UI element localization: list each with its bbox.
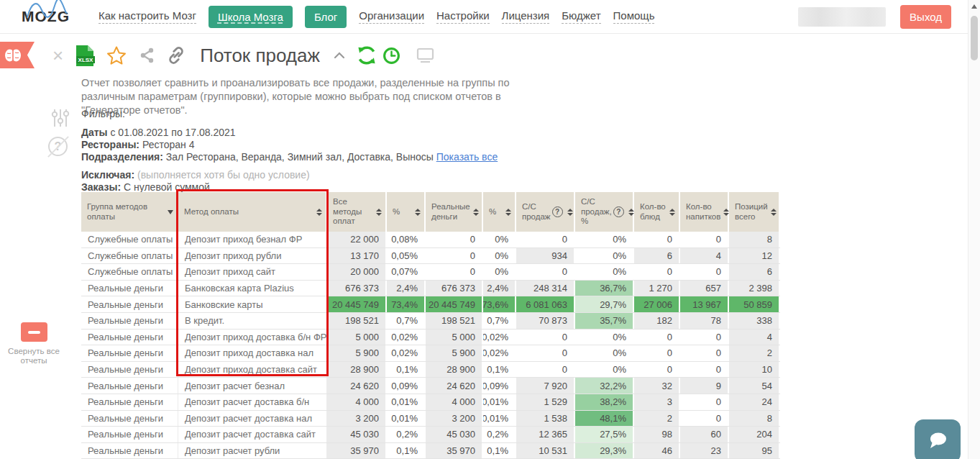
refresh-icon[interactable]	[356, 45, 377, 66]
cell-cost-of-sales: 0	[516, 330, 575, 345]
page: MOZG Как настроить МозгШкола МозгаБлогОр…	[0, 0, 980, 459]
scrollbar-thumb[interactable]	[971, 16, 978, 60]
cell-positions-total: 8	[729, 411, 780, 427]
column-header-drink-count[interactable]: Кол-во напитков	[680, 192, 729, 232]
schedule-clock-icon[interactable]	[383, 47, 400, 65]
svg-text:XLSX: XLSX	[78, 57, 94, 63]
column-header-positions-total[interactable]: Позиций всего	[729, 192, 780, 232]
cell-all-methods-pct: 0,1%	[387, 443, 426, 459]
cell-cost-of-sales: 248 314	[516, 281, 575, 296]
cell-cost-of-sales-pct: 29,3%	[575, 443, 634, 459]
cell-cost-of-sales-pct: 48,1%	[575, 411, 634, 427]
scrollbar-up-arrow-icon[interactable]	[971, 4, 977, 9]
cell-drink-count: 0	[680, 264, 729, 280]
show-all-link[interactable]: Показать все	[436, 151, 498, 163]
collapse-chevron-icon[interactable]	[334, 52, 345, 59]
cell-drink-count: 0	[680, 232, 729, 247]
cell-payment-group: Реальные деньги	[81, 394, 178, 410]
monitor-icon[interactable]	[416, 47, 435, 64]
column-help-icon[interactable]: ?	[613, 206, 624, 217]
cell-real-money: 0	[426, 248, 483, 264]
cell-payment-group: Реальные деньги	[81, 281, 178, 296]
nav-item-organizations[interactable]: Организации	[359, 9, 424, 24]
cell-all-methods: 28 900	[327, 362, 387, 378]
column-header-cost-of-sales-pct[interactable]: С/С продаж, %?	[575, 192, 634, 232]
scrollbar[interactable]	[968, 0, 980, 459]
cell-positions-total: 50 859	[729, 296, 780, 312]
report-toolbar: × XLSX	[0, 40, 435, 71]
cell-cost-of-sales-pct: 0%	[575, 345, 634, 361]
column-header-payment-method[interactable]: Метод оплаты	[178, 192, 327, 232]
sort-icon	[376, 209, 382, 216]
cell-dish-count: 0	[634, 330, 680, 345]
nav-item-budget[interactable]: Бюджет	[562, 9, 600, 24]
cell-payment-method: Депозит расчет доставка нал	[178, 411, 327, 427]
share-icon[interactable]	[138, 46, 155, 65]
help-question-icon[interactable]: ?	[48, 137, 68, 156]
cell-drink-count: 78	[680, 313, 729, 329]
logout-button[interactable]: Выход	[900, 5, 951, 29]
nav-item-school[interactable]: Школа Мозга	[209, 6, 293, 28]
cell-cost-of-sales: 7 920	[516, 378, 575, 394]
favorite-star-icon[interactable]	[106, 45, 127, 66]
cell-all-methods-pct: 0,02%	[387, 345, 426, 361]
xlsx-export-icon[interactable]: XLSX	[74, 45, 95, 67]
column-header-real-money[interactable]: Реальные деньги	[426, 192, 483, 232]
nav-item-settings[interactable]: Настройки	[436, 9, 490, 24]
cell-real-money: 45 030	[426, 427, 483, 442]
cell-cost-of-sales-pct: 27,5%	[575, 427, 634, 442]
table-row: Реальные деньгиДепозит расчет доставка н…	[81, 411, 780, 427]
cell-cost-of-sales: 12 365	[516, 427, 575, 442]
cell-drink-count: 0	[680, 330, 729, 345]
nav-item-license[interactable]: Лицензия	[502, 9, 550, 24]
cell-all-methods-pct: 0,05%	[387, 248, 426, 264]
cell-positions-total: 204	[729, 427, 780, 442]
nav-item-how-to-setup[interactable]: Как настроить Мозг	[99, 9, 196, 24]
cell-drink-count: 0	[680, 411, 729, 427]
column-header-cost-of-sales[interactable]: С/С продаж?	[516, 192, 575, 232]
cell-cost-of-sales: 0	[516, 345, 575, 361]
cell-real-money: 198 521	[426, 313, 483, 329]
column-label: Группа методов оплаты	[87, 202, 164, 222]
cell-payment-method: Депозит приход безнал ФР	[178, 232, 327, 247]
copy-link-icon[interactable]	[166, 45, 186, 65]
column-header-dish-count[interactable]: Кол-во блюд	[634, 192, 680, 232]
cell-cost-of-sales-pct: 0%	[575, 232, 634, 247]
cell-dish-count: 2	[634, 411, 680, 427]
table-row: Реальные деньгиБанковские карты20 445 74…	[81, 296, 780, 313]
close-icon[interactable]: ×	[52, 46, 63, 65]
nav-item-help[interactable]: Помощь	[613, 9, 655, 24]
table-row: Реальные деньгиДепозит расчет доставка б…	[81, 394, 780, 411]
column-label: Все методы оплат	[333, 197, 373, 227]
collapse-all-label: Свернуть все отчеты	[7, 347, 60, 365]
cell-real-money-pct: 0,01%	[483, 411, 516, 427]
cell-cost-of-sales: 0	[516, 362, 575, 378]
cell-real-money-pct: 0%	[483, 264, 516, 280]
column-header-all-methods[interactable]: Все методы оплат	[327, 192, 387, 232]
cell-positions-total: 2 398	[729, 281, 780, 296]
nav-item-blog[interactable]: Блог	[305, 6, 347, 28]
chat-button[interactable]	[915, 419, 961, 459]
column-label: Кол-во блюд	[640, 202, 667, 222]
cell-positions-total: 24	[729, 394, 780, 410]
cell-real-money-pct: 0,01%	[483, 394, 516, 410]
filter-restaurants: Рестораны: Ресторан 4	[81, 139, 498, 151]
cell-real-money-pct: 73,6%	[483, 296, 516, 312]
cell-cost-of-sales: 1 529	[516, 394, 575, 410]
cell-real-money: 0	[426, 232, 483, 247]
column-help-icon[interactable]: ?	[552, 206, 563, 217]
column-header-real-money-pct[interactable]: %	[483, 192, 516, 232]
collapse-all-button[interactable]	[21, 322, 47, 342]
filter-dates: Даты с 01.08.2021 по 17.08.2021	[81, 127, 498, 139]
sort-icon	[628, 209, 634, 216]
cell-real-money: 3 200	[426, 411, 483, 427]
cell-all-methods: 4 000	[327, 394, 387, 410]
cell-all-methods-pct: 0,07%	[387, 264, 426, 280]
logo[interactable]: MOZG	[22, 8, 70, 25]
cell-drink-count: 13 967	[680, 296, 729, 312]
column-header-all-methods-pct[interactable]: %	[387, 192, 426, 232]
cell-payment-method: В кредит.	[178, 313, 327, 329]
column-header-payment-group[interactable]: Группа методов оплаты	[81, 192, 178, 232]
cell-all-methods: 5 900	[327, 345, 387, 361]
cell-all-methods: 5 000	[327, 330, 387, 345]
